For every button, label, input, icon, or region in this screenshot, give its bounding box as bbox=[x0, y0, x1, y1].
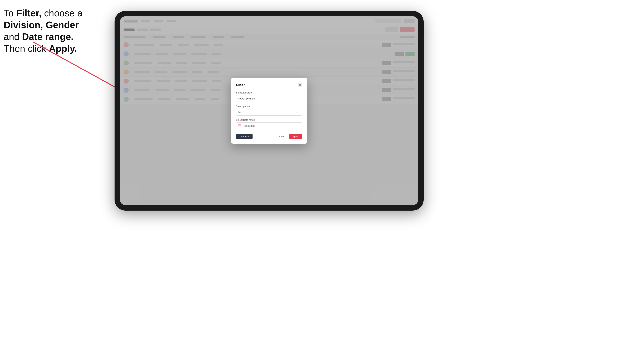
division-select[interactable]: NCAA Division I NCAA Division II NCAA Di… bbox=[236, 95, 302, 102]
gender-select-controls: × ▲ ▼ bbox=[296, 111, 301, 114]
modal-close-button[interactable]: × bbox=[298, 83, 302, 87]
gender-select[interactable]: Men Women Co-Ed bbox=[236, 109, 302, 116]
division-label: Select a division bbox=[236, 91, 302, 94]
division-form-group: Select a division NCAA Division I NCAA D… bbox=[236, 91, 302, 102]
instruction-middle1: choose a bbox=[42, 8, 82, 18]
instruction-bold3: Date range. bbox=[22, 31, 74, 42]
gender-clear-icon[interactable]: × bbox=[296, 111, 298, 114]
gender-select-wrapper: Men Women Co-Ed × ▲ ▼ bbox=[236, 109, 302, 116]
division-clear-icon[interactable]: × bbox=[296, 97, 298, 100]
clear-filter-button[interactable]: Clear filter bbox=[236, 134, 252, 139]
instruction-text: To Filter, choose a Division, Gender and… bbox=[4, 7, 109, 54]
gender-form-group: Select gender Men Women Co-Ed × ▲ ▼ bbox=[236, 105, 302, 116]
modal-overlay: Filter × Select a division NCAA Division… bbox=[120, 16, 418, 205]
division-arrows-icon: ▲ ▼ bbox=[299, 97, 301, 100]
date-field-wrapper: 📅 bbox=[236, 122, 302, 129]
select-controls: × ▲ ▼ bbox=[296, 97, 301, 100]
tablet-frame: Filter × Select a division NCAA Division… bbox=[114, 11, 424, 211]
instruction-middle3: Then click bbox=[4, 43, 49, 54]
instruction-middle2: and bbox=[4, 31, 22, 42]
modal-title: Filter bbox=[236, 83, 245, 87]
calendar-icon: 📅 bbox=[238, 124, 241, 127]
division-select-wrapper: NCAA Division I NCAA Division II NCAA Di… bbox=[236, 95, 302, 102]
cancel-button[interactable]: Cancel bbox=[274, 134, 287, 139]
date-label: Select Date range bbox=[236, 119, 302, 121]
footer-right-buttons: Cancel Apply bbox=[274, 134, 302, 139]
date-input[interactable] bbox=[236, 122, 302, 129]
tablet-screen: Filter × Select a division NCAA Division… bbox=[120, 16, 418, 205]
instruction-bold1: Filter, bbox=[16, 8, 42, 18]
instruction-bold4: Apply. bbox=[49, 43, 77, 54]
date-form-group: Select Date range 📅 bbox=[236, 119, 302, 129]
modal-footer: Clear filter Cancel Apply bbox=[236, 134, 302, 139]
modal-header: Filter × bbox=[236, 83, 302, 87]
instruction-prefix: To bbox=[4, 8, 16, 18]
apply-button[interactable]: Apply bbox=[289, 134, 302, 139]
gender-arrows-icon: ▲ ▼ bbox=[299, 111, 301, 114]
instruction-bold2: Division, Gender bbox=[4, 20, 79, 30]
gender-label: Select gender bbox=[236, 105, 302, 108]
filter-modal: Filter × Select a division NCAA Division… bbox=[231, 78, 307, 144]
